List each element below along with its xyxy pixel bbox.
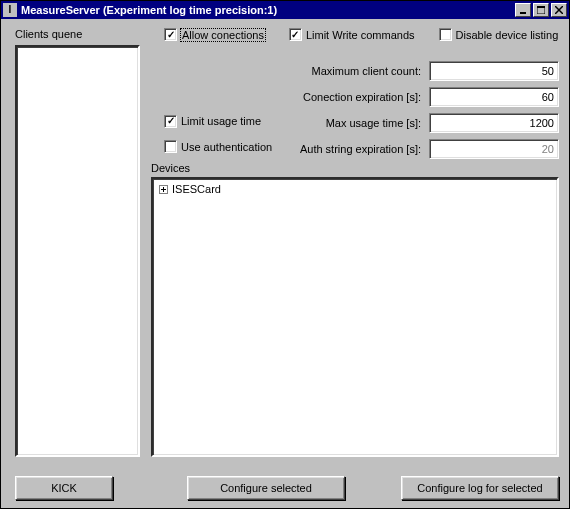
- limit-usage-label: Limit usage time: [181, 115, 261, 127]
- maximize-button[interactable]: [533, 3, 549, 17]
- disable-listing-checkbox[interactable]: Disable device listing: [439, 28, 559, 41]
- tree-item[interactable]: ISESCard: [159, 183, 551, 195]
- max-client-count-input[interactable]: [429, 61, 559, 81]
- window-title: MeasureServer (Experiment log time preci…: [21, 4, 277, 16]
- max-client-count-label: Maximum client count:: [312, 65, 421, 77]
- devices-label: Devices: [151, 162, 190, 174]
- svg-rect-2: [537, 6, 545, 8]
- minimize-button[interactable]: [515, 3, 531, 17]
- allow-connections-label: Allow conections: [181, 29, 265, 41]
- checkbox-icon: ✓: [164, 115, 177, 128]
- connection-expiration-input[interactable]: [429, 87, 559, 107]
- max-usage-time-label: Max usage time [s]:: [326, 117, 421, 129]
- connection-expiration-label: Conection expiration [s]:: [303, 91, 421, 103]
- close-button[interactable]: [551, 3, 567, 17]
- configure-selected-label: Configure selected: [220, 482, 312, 494]
- disable-listing-label: Disable device listing: [456, 29, 559, 41]
- tree-expand-icon[interactable]: [159, 185, 168, 194]
- window-frame: I MeasureServer (Experiment log time pre…: [0, 0, 570, 509]
- app-icon: I: [3, 3, 17, 17]
- kick-button-label: KICK: [51, 482, 77, 494]
- limit-usage-checkbox[interactable]: ✓ Limit usage time: [164, 115, 261, 128]
- kick-button[interactable]: KICK: [15, 476, 113, 500]
- titlebar-controls: [513, 3, 567, 17]
- devices-tree[interactable]: ISESCard: [151, 177, 559, 457]
- configure-log-button[interactable]: Configure log for selected: [401, 476, 559, 500]
- configure-log-label: Configure log for selected: [417, 482, 542, 494]
- checkbox-icon: [164, 140, 177, 153]
- limit-write-checkbox[interactable]: ✓ Limit Write commands: [289, 28, 415, 41]
- allow-connections-checkbox[interactable]: ✓ Allow conections: [164, 28, 265, 41]
- checkbox-icon: ✓: [164, 28, 177, 41]
- configure-selected-button[interactable]: Configure selected: [187, 476, 345, 500]
- svg-rect-0: [520, 12, 526, 14]
- use-auth-checkbox[interactable]: Use authentication: [164, 140, 272, 153]
- titlebar: I MeasureServer (Experiment log time pre…: [1, 1, 569, 19]
- auth-expiration-input: [429, 139, 559, 159]
- auth-expiration-label: Auth string expiration [s]:: [300, 143, 421, 155]
- clients-queue-label: Clients quene: [15, 28, 82, 40]
- limit-write-label: Limit Write commands: [306, 29, 415, 41]
- checkbox-icon: ✓: [289, 28, 302, 41]
- use-auth-label: Use authentication: [181, 141, 272, 153]
- maximize-icon: [537, 6, 545, 14]
- clients-queue-listbox[interactable]: [15, 45, 140, 457]
- checkbox-icon: [439, 28, 452, 41]
- max-usage-time-input[interactable]: [429, 113, 559, 133]
- tree-item-label: ISESCard: [172, 183, 221, 195]
- close-icon: [555, 6, 563, 14]
- minimize-icon: [519, 6, 527, 14]
